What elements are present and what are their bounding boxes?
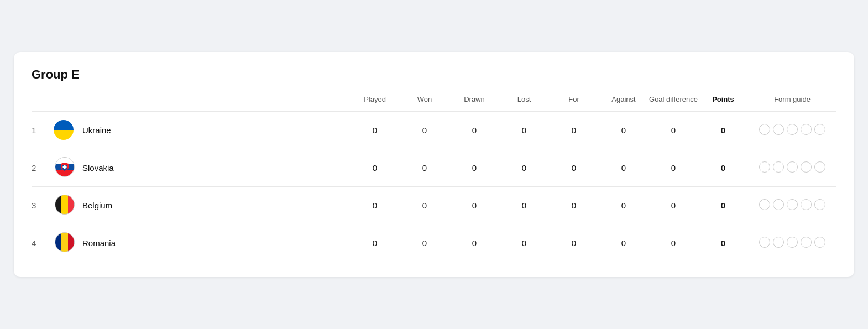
- form-circle: [787, 237, 798, 248]
- drawn-cell: 0: [449, 149, 499, 186]
- played-header: Played: [350, 95, 400, 111]
- form-circle: [787, 161, 798, 173]
- lost-cell: 0: [499, 224, 549, 262]
- group-title: Group E: [32, 67, 836, 82]
- won-cell: 0: [400, 224, 449, 262]
- won-cell: 0: [400, 186, 449, 224]
- flag-cell: [51, 111, 78, 149]
- form-circle: [773, 161, 784, 173]
- form-circle: [759, 199, 770, 210]
- for-header: For: [549, 95, 599, 111]
- lost-header: Lost: [499, 95, 549, 111]
- team-name-cell: Belgium: [78, 186, 350, 224]
- for-cell: 0: [549, 224, 599, 262]
- form-guide-cell: [748, 149, 836, 186]
- played-cell: 0: [350, 149, 400, 186]
- rank-cell: 3: [32, 186, 51, 224]
- form-circle: [814, 237, 825, 248]
- form-circle: [759, 237, 770, 248]
- played-cell: 0: [350, 186, 400, 224]
- won-cell: 0: [400, 149, 449, 186]
- table-row: 2 Slovakia00000000: [32, 149, 836, 186]
- form-circle: [759, 124, 770, 135]
- goal_difference-cell: 0: [649, 111, 698, 149]
- drawn-header: Drawn: [449, 95, 499, 111]
- points-cell: 0: [698, 149, 748, 186]
- lost-cell: 0: [499, 149, 549, 186]
- form-circle: [773, 237, 784, 248]
- form-circle: [814, 124, 825, 135]
- team-name-cell: Romania: [78, 224, 350, 262]
- for-cell: 0: [549, 186, 599, 224]
- flag-cell: [51, 186, 78, 224]
- points-cell: 0: [698, 186, 748, 224]
- drawn-cell: 0: [449, 111, 499, 149]
- form-circle: [801, 199, 812, 210]
- team-header: [32, 95, 350, 111]
- form-circle: [814, 161, 825, 173]
- form-circle: [759, 161, 770, 173]
- against-cell: 0: [599, 149, 649, 186]
- goal_difference-cell: 0: [649, 186, 698, 224]
- points-cell: 0: [698, 224, 748, 262]
- form-guide-cell: [748, 224, 836, 262]
- for-cell: 0: [549, 149, 599, 186]
- form-circle: [787, 124, 798, 135]
- form-circle: [773, 124, 784, 135]
- against-cell: 0: [599, 224, 649, 262]
- form-circle: [814, 199, 825, 210]
- form-circle: [801, 124, 812, 135]
- table-row: 4Romania00000000: [32, 224, 836, 262]
- drawn-cell: 0: [449, 186, 499, 224]
- rank-cell: 1: [32, 111, 51, 149]
- won-cell: 0: [400, 111, 449, 149]
- played-cell: 0: [350, 224, 400, 262]
- against-cell: 0: [599, 186, 649, 224]
- svg-rect-1: [63, 166, 67, 168]
- team-name-cell: Ukraine: [78, 111, 350, 149]
- flag-cell: [51, 149, 78, 186]
- lost-cell: 0: [499, 186, 549, 224]
- goal-diff-header: Goal difference: [649, 95, 698, 111]
- standings-table: Played Won Drawn Lost For Against Goal d…: [32, 95, 836, 262]
- form-circle: [773, 199, 784, 210]
- table-row: 1Ukraine00000000: [32, 111, 836, 149]
- table-row: 3Belgium00000000: [32, 186, 836, 224]
- form-circle: [787, 199, 798, 210]
- points-cell: 0: [698, 111, 748, 149]
- against-header: Against: [599, 95, 649, 111]
- for-cell: 0: [549, 111, 599, 149]
- flag-cell: [51, 224, 78, 262]
- form-guide-cell: [748, 111, 836, 149]
- form-guide-header: Form guide: [748, 95, 836, 111]
- goal_difference-cell: 0: [649, 149, 698, 186]
- team-name-cell: Slovakia: [78, 149, 350, 186]
- form-circle: [801, 161, 812, 173]
- played-cell: 0: [350, 111, 400, 149]
- points-header: Points: [698, 95, 748, 111]
- goal_difference-cell: 0: [649, 224, 698, 262]
- drawn-cell: 0: [449, 224, 499, 262]
- rank-cell: 4: [32, 224, 51, 262]
- against-cell: 0: [599, 111, 649, 149]
- rank-cell: 2: [32, 149, 51, 186]
- form-guide-cell: [748, 186, 836, 224]
- won-header: Won: [400, 95, 449, 111]
- form-circle: [801, 237, 812, 248]
- lost-cell: 0: [499, 111, 549, 149]
- group-card: Group E Played Won Drawn Lost For Agains…: [14, 52, 854, 277]
